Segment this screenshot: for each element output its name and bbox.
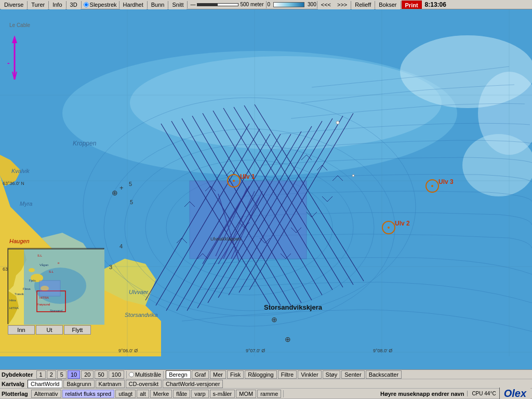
map-container[interactable]: 63°36.0' N 63°35.5' N 9°06.0' Ø 9°07.0' …	[0, 9, 532, 356]
filtre-btn[interactable]: Filtre	[278, 370, 297, 379]
toolbar-bokser[interactable]: Bokser	[376, 0, 400, 9]
plotterlag-mom[interactable]: MOM	[236, 390, 256, 398]
depth-20[interactable]: 20	[81, 370, 94, 379]
svg-text:Frøysund: Frøysund	[37, 303, 50, 306]
svg-point-75	[431, 185, 433, 187]
multistrale-radio[interactable]: Multistråle	[129, 371, 161, 378]
plotterlag-ramme[interactable]: ramme	[257, 390, 281, 398]
ralogging-btn[interactable]: Rålogging	[245, 370, 277, 379]
svg-text:Ulv 2: Ulv 2	[395, 220, 410, 227]
svg-text:Vågan: Vågan	[39, 263, 48, 267]
backscatter-btn[interactable]: Backscatter	[366, 370, 402, 379]
kartvalg-cd-oversikt[interactable]: CD-oversikt	[126, 380, 162, 388]
mer-btn[interactable]: Mer	[210, 370, 226, 379]
plotterlag-varp[interactable]: varp	[191, 390, 208, 398]
toolbar-diverse[interactable]: Diverse	[1, 0, 26, 9]
svg-text:Ulvnakklappen: Ulvnakklappen	[210, 236, 241, 242]
svg-point-83	[336, 121, 339, 124]
svg-text:HITRA: HITRA	[9, 307, 19, 310]
senter-btn[interactable]: Senter	[341, 370, 364, 379]
toolbar-3d[interactable]: 3D	[67, 0, 81, 9]
stoy-btn[interactable]: Støy	[323, 370, 341, 379]
toolbar-info[interactable]: Info	[49, 0, 65, 9]
svg-text:⊕: ⊕	[271, 315, 277, 324]
svg-text:Kvalvik: Kvalvik	[11, 168, 30, 174]
toolbar-nav-left[interactable]: <<<	[318, 0, 334, 9]
plotterlag-row: Plotterlag Alternativ relativt fluks spr…	[0, 389, 532, 399]
toolbar-turer[interactable]: Turer	[28, 0, 48, 9]
depth-max: 300	[307, 2, 316, 7]
svg-text:63°36.0' N: 63°36.0' N	[3, 181, 24, 186]
minimap-buttons: Inn Ut Flytt	[8, 325, 91, 335]
kartvalg-kartnavn[interactable]: Kartnavn	[96, 380, 125, 388]
plotterlag-flate[interactable]: flåte	[173, 390, 190, 398]
kartvalg-cw-version[interactable]: ChartWorld-versjoner	[163, 380, 223, 388]
depth-min: 0	[267, 2, 271, 7]
svg-point-69	[233, 180, 235, 182]
scale-bar: — 500 meter	[190, 2, 263, 7]
svg-text:Haugen: Haugen	[9, 238, 30, 244]
slepestrek-label: Slepestrek	[90, 2, 117, 8]
svg-text:-: -	[7, 59, 10, 67]
depth-2[interactable]: 2	[47, 370, 56, 379]
svg-text:Flesa: Flesa	[23, 287, 31, 290]
status-text: Høyre museknapp endrer navn	[286, 391, 466, 397]
svg-point-2	[130, 56, 442, 150]
vinkler-btn[interactable]: Vinkler	[298, 370, 321, 379]
depth-10[interactable]: 10	[68, 370, 80, 379]
svg-text:Kroppen: Kroppen	[73, 140, 97, 147]
minimap-inner: Vågan Fjelv. Flesa Trævik Hitra HITRA Fr…	[8, 249, 103, 324]
depth-gradient	[273, 2, 304, 8]
minimap-inn-button[interactable]: Inn	[8, 325, 35, 335]
plotterlag-alternativ[interactable]: Alternativ	[31, 390, 61, 398]
svg-text:⊕: ⊕	[285, 335, 291, 343]
toolbar-nav-right[interactable]: >>>	[334, 0, 350, 9]
depth-1[interactable]: 1	[36, 370, 46, 379]
svg-text:Storsandvika: Storsandvika	[125, 312, 158, 318]
fisk-btn[interactable]: Fisk	[227, 370, 244, 379]
plotterlag-alt[interactable]: alt	[137, 390, 149, 398]
svg-text:Hitra: Hitra	[9, 299, 16, 302]
svg-text:+: +	[119, 184, 124, 192]
svg-text:Storsand...: Storsand...	[50, 309, 65, 312]
beregn-btn[interactable]: Beregn	[166, 370, 190, 379]
svg-point-92	[29, 268, 35, 272]
multistrale-label: Multistråle	[135, 371, 161, 378]
plotterlag-fluks[interactable]: relativt fluks spred	[62, 390, 115, 398]
svg-text:S.L: S.L	[37, 254, 43, 257]
graf-btn[interactable]: Graf	[192, 370, 209, 379]
depth-5[interactable]: 5	[57, 370, 66, 379]
svg-text:5: 5	[130, 199, 133, 205]
plotterlag-merke[interactable]: Merke	[150, 390, 172, 398]
svg-text:9°06.0' Ø: 9°06.0' Ø	[118, 348, 138, 353]
svg-text:3: 3	[109, 264, 112, 270]
kartvalg-label: Kartvalg	[2, 381, 26, 387]
depth-50[interactable]: 50	[95, 370, 107, 379]
svg-text:Ulv 1: Ulv 1	[240, 173, 255, 180]
toolbar-snitt[interactable]: Snitt	[169, 0, 187, 9]
minimap-flytt-button[interactable]: Flytt	[64, 325, 91, 335]
minimap-ut-button[interactable]: Ut	[36, 325, 63, 335]
toolbar-bunn[interactable]: Bunn	[148, 0, 168, 9]
svg-text:HITRA: HITRA	[39, 296, 49, 299]
toolbar-hardhet[interactable]: Hardhet	[120, 0, 147, 9]
print-button[interactable]: Print	[402, 1, 422, 9]
slepestrek-radio[interactable]: Slepestrek	[84, 2, 117, 8]
svg-text:Storsandvikskjera: Storsandvikskjera	[264, 303, 323, 311]
svg-point-5	[462, 134, 532, 196]
depth-100[interactable]: 100	[109, 370, 124, 379]
kartvalg-bakgrunn[interactable]: Bakgrunn	[63, 380, 94, 388]
scale-label: 500 meter	[238, 2, 263, 7]
svg-text:5: 5	[129, 181, 132, 187]
olex-logo: Olex	[500, 388, 530, 399]
kartvalg-chartworld[interactable]: ChartWorld	[28, 380, 62, 388]
plotterlag-label: Plotterlag	[2, 391, 30, 397]
svg-rect-106	[39, 281, 60, 296]
time-display: 8:13:06	[422, 1, 449, 8]
svg-text:Le Cable: Le Cable	[9, 22, 30, 28]
plotterlag-utlagt[interactable]: utlagt	[115, 390, 136, 398]
plotterlag-smaler[interactable]: s-måler	[210, 390, 235, 398]
svg-text:4: 4	[119, 243, 123, 249]
toolbar-relieff[interactable]: Relieff	[352, 0, 374, 9]
svg-text:Trævik: Trævik	[15, 292, 24, 296]
